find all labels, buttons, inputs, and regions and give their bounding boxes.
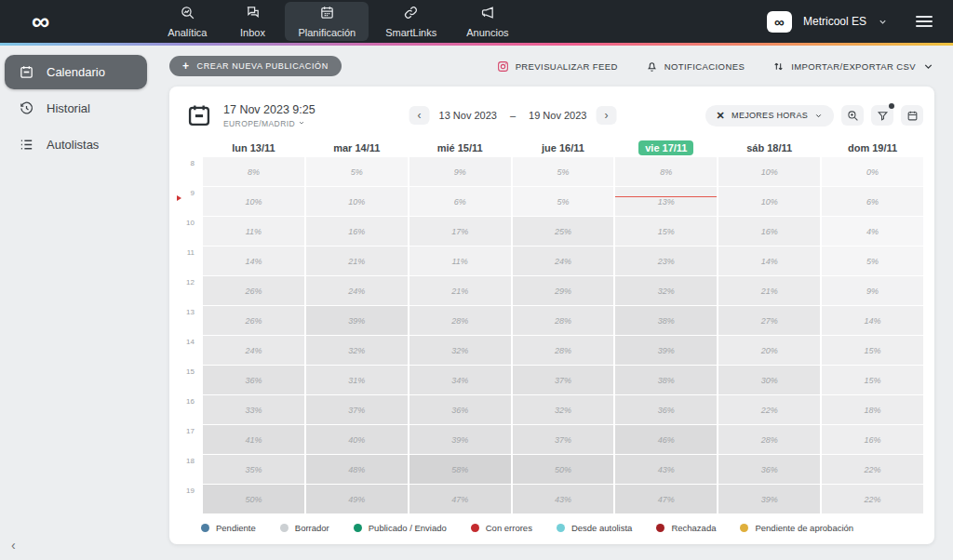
heatmap-cell[interactable]: 16% — [306, 217, 408, 247]
heatmap-cell[interactable]: 22% — [822, 485, 923, 514]
heatmap-cell[interactable]: 10% — [718, 157, 820, 187]
heatmap-cell[interactable]: 38% — [615, 366, 717, 395]
heatmap-cell[interactable]: 14% — [718, 247, 820, 276]
heatmap-cell[interactable]: 36% — [409, 395, 511, 425]
heatmap-cell[interactable]: 9% — [822, 276, 923, 306]
sidebar-item-calendario[interactable]: Calendario — [5, 55, 147, 89]
heatmap-cell[interactable]: 24% — [513, 247, 614, 276]
import-export-csv-button[interactable]: IMPORTAR/EXPORTAR CSV — [772, 60, 934, 73]
heatmap-cell[interactable]: 37% — [306, 395, 408, 425]
heatmap-cell[interactable]: 5% — [513, 187, 614, 217]
preview-feed-button[interactable]: PREVISUALIZAR FEED — [497, 60, 618, 73]
heatmap-cell[interactable]: 24% — [203, 336, 304, 366]
heatmap-cell[interactable]: 14% — [822, 306, 923, 336]
heatmap-cell[interactable]: 50% — [513, 455, 614, 485]
heatmap-cell[interactable]: 8% — [203, 157, 304, 187]
prev-week-button[interactable]: ‹ — [409, 106, 430, 125]
heatmap-cell[interactable]: 35% — [203, 455, 304, 485]
heatmap-cell[interactable]: 15% — [822, 366, 923, 395]
heatmap-cell[interactable]: 24% — [306, 276, 408, 306]
heatmap-cell[interactable]: 14% — [203, 247, 304, 276]
sidebar-item-autolistas[interactable]: Autolistas — [0, 127, 147, 162]
heatmap-cell[interactable]: 28% — [409, 306, 511, 336]
heatmap-cell[interactable]: 58% — [409, 455, 511, 485]
heatmap-cell[interactable]: 36% — [615, 395, 717, 425]
heatmap-cell[interactable]: 39% — [718, 485, 820, 514]
heatmap-cell[interactable]: 37% — [513, 366, 614, 395]
heatmap-cell[interactable]: 18% — [822, 395, 923, 425]
heatmap-cell[interactable]: 25% — [513, 217, 614, 247]
heatmap-cell[interactable]: 39% — [409, 425, 511, 455]
heatmap-cell[interactable]: 6% — [409, 187, 511, 217]
heatmap-cell[interactable]: 32% — [409, 336, 511, 366]
heatmap-cell[interactable]: 28% — [513, 336, 614, 366]
heatmap-cell[interactable]: 28% — [718, 425, 820, 455]
heatmap-cell[interactable]: 30% — [718, 366, 820, 395]
heatmap-cell[interactable]: 21% — [306, 247, 408, 276]
heatmap-cell[interactable]: 10% — [718, 187, 820, 217]
heatmap-cell[interactable]: 8% — [615, 157, 717, 187]
heatmap-cell[interactable]: 10% — [306, 187, 408, 217]
account-avatar[interactable]: ∞ — [767, 11, 792, 33]
heatmap-cell[interactable]: 49% — [306, 485, 408, 514]
heatmap-cell[interactable]: 29% — [513, 276, 614, 306]
account-name[interactable]: Metricool ES — [803, 15, 866, 28]
heatmap-cell[interactable]: 17% — [409, 217, 511, 247]
menu-icon[interactable] — [916, 16, 933, 27]
heatmap-cell[interactable]: 28% — [513, 306, 614, 336]
heatmap-cell[interactable]: 13% — [615, 187, 717, 217]
heatmap-cell[interactable]: 22% — [718, 395, 820, 425]
calendar-view-button[interactable] — [901, 105, 923, 126]
heatmap-cell[interactable]: 34% — [409, 366, 511, 395]
heatmap-cell[interactable]: 40% — [306, 425, 408, 455]
nav-item-smartlinks[interactable]: SmartLinks — [372, 2, 450, 41]
heatmap-cell[interactable]: 26% — [203, 306, 304, 336]
nav-item-planificación[interactable]: Planificación — [285, 2, 369, 41]
heatmap-cell[interactable]: 47% — [409, 485, 511, 514]
heatmap-cell[interactable]: 32% — [615, 276, 717, 306]
heatmap-cell[interactable]: 0% — [822, 157, 923, 187]
metricool-logo-icon[interactable]: ∞ — [32, 9, 48, 34]
heatmap-cell[interactable]: 26% — [203, 276, 304, 306]
heatmap-cell[interactable]: 36% — [718, 455, 820, 485]
heatmap-cell[interactable]: 21% — [409, 276, 511, 306]
heatmap-cell[interactable]: 38% — [615, 306, 717, 336]
heatmap-cell[interactable]: 10% — [203, 187, 304, 217]
heatmap-cell[interactable]: 16% — [718, 217, 820, 247]
best-hours-button[interactable]: ✕ MEJORES HORAS — [705, 105, 834, 127]
heatmap-cell[interactable]: 16% — [822, 425, 923, 455]
timezone-selector[interactable]: EUROPE/MADRID — [223, 119, 315, 128]
heatmap-cell[interactable]: 47% — [615, 485, 717, 514]
heatmap-cell[interactable]: 33% — [203, 395, 304, 425]
heatmap-cell[interactable]: 46% — [615, 425, 717, 455]
sidebar-item-historial[interactable]: Historial — [0, 91, 147, 126]
heatmap-cell[interactable]: 6% — [822, 187, 923, 217]
heatmap-cell[interactable]: 15% — [615, 217, 717, 247]
chevron-down-icon[interactable] — [878, 17, 888, 27]
heatmap-cell[interactable]: 37% — [513, 425, 614, 455]
heatmap-cell[interactable]: 50% — [203, 485, 304, 514]
heatmap-cell[interactable]: 15% — [822, 336, 923, 366]
heatmap-cell[interactable]: 23% — [615, 247, 717, 276]
heatmap-cell[interactable]: 22% — [822, 455, 923, 485]
heatmap-cell[interactable]: 20% — [718, 336, 820, 366]
next-week-button[interactable]: › — [596, 106, 616, 125]
heatmap-cell[interactable]: 11% — [203, 217, 304, 247]
heatmap-cell[interactable]: 36% — [203, 366, 304, 395]
heatmap-cell[interactable]: 21% — [718, 276, 820, 306]
heatmap-cell[interactable]: 48% — [306, 455, 408, 485]
nav-item-anuncios[interactable]: Anuncios — [453, 2, 521, 41]
heatmap-cell[interactable]: 43% — [615, 455, 717, 485]
heatmap-cell[interactable]: 5% — [513, 157, 614, 187]
heatmap-cell[interactable]: 41% — [203, 425, 304, 455]
notifications-button[interactable]: NOTIFICACIONES — [646, 60, 745, 73]
heatmap-cell[interactable]: 5% — [822, 247, 923, 276]
heatmap-cell[interactable]: 32% — [513, 395, 614, 425]
heatmap-cell[interactable]: 31% — [306, 366, 408, 395]
heatmap-cell[interactable]: 32% — [306, 336, 408, 366]
nav-item-inbox[interactable]: Inbox — [223, 2, 281, 41]
heatmap-cell[interactable]: 27% — [718, 306, 820, 336]
heatmap-cell[interactable]: 11% — [409, 247, 511, 276]
create-publication-button[interactable]: + CREAR NUEVA PUBLICACIÓN — [169, 56, 342, 76]
heatmap-cell[interactable]: 9% — [409, 157, 511, 187]
